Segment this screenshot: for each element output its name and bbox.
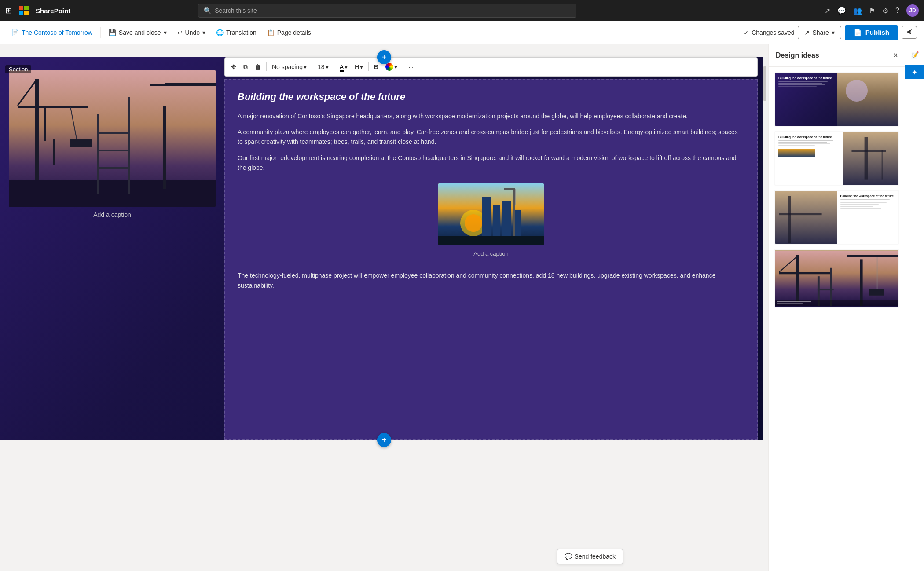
format-sep-3 [334, 62, 334, 71]
design-ideas-panel: Design ideas × Building the workspace of… [768, 44, 905, 571]
search-placeholder: Search this site [215, 7, 257, 14]
add-section-bottom-button[interactable]: + [377, 433, 391, 447]
settings-icon[interactable]: ⚙ [882, 7, 888, 15]
highlight-button[interactable]: H ▾ [352, 62, 366, 72]
text-content-area[interactable]: Building the workspace of the future A m… [224, 79, 758, 440]
color-chevron: ▾ [345, 63, 348, 70]
style-chevron: ▾ [304, 63, 307, 70]
design-card-2[interactable]: Building the workspace of the future [774, 131, 899, 186]
article-para-3: Our first major redevelopment is nearing… [238, 153, 744, 173]
scroll-thumb[interactable] [763, 66, 766, 101]
main-area: Section + [0, 44, 924, 571]
font-size-value: 18 [318, 63, 325, 70]
flag-icon[interactable]: ⚑ [869, 7, 875, 15]
move-icon[interactable]: ✥ [228, 62, 239, 72]
color-a-label: A [340, 63, 344, 70]
svg-rect-7 [70, 139, 92, 147]
highlight-chevron: ▾ [360, 63, 363, 70]
page-title-button[interactable]: 📄 The Contoso of Tomorrow [7, 26, 97, 39]
svg-rect-9 [97, 114, 99, 194]
microsoft-logo[interactable] [19, 6, 29, 15]
save-close-button[interactable]: 💾 Save and close ▾ [104, 26, 171, 39]
svg-rect-35 [775, 251, 898, 306]
send-feedback-label: Send feedback [575, 553, 616, 560]
design-panel-close-button[interactable]: × [894, 51, 898, 59]
svg-rect-4 [53, 139, 55, 165]
more-options-button[interactable]: ··· [406, 62, 416, 72]
left-panel: Add a caption [0, 57, 224, 440]
format-toolbar: ✥ ⧉ 🗑 No spacing ▾ 18 ▾ A [224, 57, 758, 77]
svg-rect-31 [881, 150, 883, 180]
svg-rect-8 [9, 180, 216, 207]
people-icon[interactable]: 👥 [853, 7, 862, 15]
save-close-chevron[interactable]: ▾ [164, 29, 167, 36]
svg-rect-34 [779, 213, 822, 215]
article-body: A major renovation of Contoso's Singapor… [238, 111, 744, 291]
copy-format-button[interactable]: ⧉ [241, 62, 250, 73]
svg-rect-14 [163, 106, 166, 189]
undo-icon: ↩ [177, 29, 183, 36]
toolbar-right: ✓ Changes saved ↗ Share ▾ 📄 Publish ⮜ [744, 25, 917, 40]
format-sep-5 [403, 62, 403, 71]
page-icon: 📄 [11, 29, 19, 36]
bold-button[interactable]: B [371, 62, 381, 72]
undo-chevron[interactable]: ▾ [202, 29, 205, 36]
right-edge-btn-active[interactable]: ✦ [905, 65, 924, 79]
page-details-button[interactable]: 📋 Page details [263, 26, 315, 39]
save-close-label: Save and close [119, 29, 161, 36]
design-card-3[interactable]: Building the workspace of the future [774, 190, 899, 245]
left-image [9, 70, 216, 207]
collapse-button[interactable]: ⮜ [902, 26, 917, 39]
inline-image-caption[interactable]: Add a caption [473, 249, 509, 259]
publish-icon: 📄 [854, 29, 862, 37]
svg-rect-3 [44, 106, 46, 141]
svg-rect-27 [438, 236, 544, 245]
svg-rect-41 [818, 289, 834, 290]
article-para-1: A major renovation of Contoso's Singapor… [238, 111, 744, 121]
font-size-chevron: ▾ [326, 63, 329, 70]
svg-rect-25 [504, 188, 515, 190]
share-label: Share [812, 29, 829, 36]
canvas-scrollbar[interactable] [763, 57, 768, 440]
svg-rect-13 [97, 167, 130, 169]
avatar[interactable]: JD [906, 4, 919, 17]
publish-label: Publish [865, 29, 889, 36]
format-sep-4 [368, 62, 369, 71]
right-edge-panel: 📝 ✦ [905, 44, 924, 571]
help-icon[interactable]: ? [895, 7, 899, 15]
translation-button[interactable]: 🌐 Translation [212, 26, 261, 39]
svg-rect-1 [35, 79, 39, 189]
svg-rect-12 [97, 150, 130, 151]
text-panel: ✥ ⧉ 🗑 No spacing ▾ 18 ▾ A [224, 57, 763, 440]
share-button[interactable]: ↗ Share ▾ [798, 26, 841, 39]
style-dropdown[interactable]: No spacing ▾ [269, 62, 309, 72]
svg-rect-30 [851, 150, 886, 152]
font-size[interactable]: 18 ▾ [315, 62, 331, 72]
send-feedback-button[interactable]: 💬 Send feedback [557, 549, 623, 564]
search-bar[interactable]: 🔍 Search this site [198, 4, 576, 18]
style-value: No spacing [272, 63, 303, 70]
publish-button[interactable]: 📄 Publish [845, 25, 898, 40]
svg-point-19 [465, 214, 482, 232]
undo-button[interactable]: ↩ Undo ▾ [173, 26, 210, 39]
toolbar-separator-1 [100, 27, 101, 38]
add-section-top-button[interactable]: + [377, 50, 391, 64]
right-edge-btn-1[interactable]: 📝 [908, 48, 922, 62]
svg-rect-29 [864, 137, 868, 179]
font-color-button[interactable]: A ▾ [337, 62, 350, 72]
grid-icon[interactable]: ⊞ [5, 6, 12, 15]
design-panel-header: Design ideas × [769, 44, 905, 67]
comment-icon[interactable]: 💬 [837, 7, 846, 15]
canvas-area[interactable]: Section + [0, 44, 768, 571]
share-nav-icon[interactable]: ↗ [825, 7, 830, 15]
design-card-1[interactable]: Building the workspace of the future [774, 72, 899, 127]
svg-rect-44 [869, 289, 884, 296]
svg-rect-11 [97, 132, 130, 134]
design-panel-body[interactable]: Building the workspace of the future [769, 67, 905, 571]
delete-button[interactable]: 🗑 [252, 62, 264, 72]
left-image-caption[interactable]: Add a caption [93, 211, 131, 218]
svg-rect-37 [779, 272, 830, 274]
checkmark-icon: ✓ [744, 29, 749, 36]
svg-rect-10 [128, 97, 130, 194]
design-card-4[interactable] [774, 249, 899, 308]
